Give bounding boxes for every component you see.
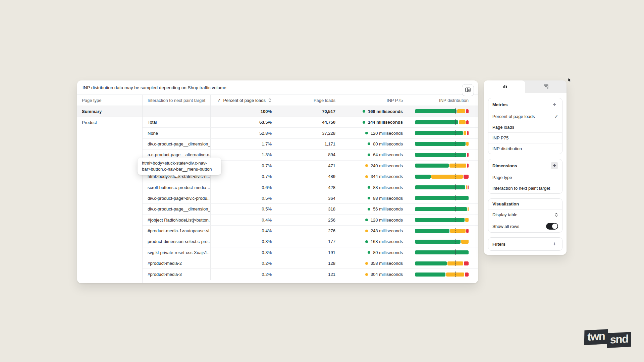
mouse-cursor [568,78,572,84]
inp-p75-cell: 168 milliseconds [339,239,408,244]
metrics-group: Metrics + Percent of page loads✓Page loa… [488,98,562,154]
p75-tick-marker [455,108,456,114]
add-dimension-button[interactable]: + [551,162,558,169]
distribution-segment-red [466,120,469,124]
bar-chart-icon [502,84,507,90]
interaction-target-cell[interactable]: #product-media-1>autopause-vi... [143,226,211,236]
p75-tick-marker [455,260,456,266]
pivot-table-icon [543,84,549,90]
panel-toggle-button[interactable] [462,84,474,96]
show-all-rows-row: Show all rows [488,220,562,232]
page-loads-cell: 318 [279,206,339,212]
interaction-target-cell[interactable]: div.c-product-page__dimension_... [143,204,211,214]
metric-inp-p75[interactable]: INP P75 [488,133,562,143]
distribution-segment-yellow [449,164,466,168]
inp-distribution-bar [408,171,478,182]
panel-tabs [484,80,567,93]
distribution-segment-red [468,185,469,189]
status-dot [365,164,368,167]
distribution-segment-red [466,229,469,233]
distribution-segment-yellow [457,109,465,113]
distribution-segment-green [415,261,447,265]
tooltip-line-1: html>body>stuck-state>div.c-nav- [142,160,217,166]
status-dot [365,175,368,178]
sort-icon[interactable] [268,98,272,103]
inp-distribution-bar [408,269,478,280]
page-loads-cell: 191 [279,250,339,255]
inp-p75-cell: 120 milliseconds [339,131,408,136]
interaction-target-cell[interactable]: scroll-buttons.c-product-media-... [143,182,211,192]
status-dot [368,142,370,145]
interaction-target-cell[interactable]: None [143,128,211,138]
inp-table-card: INP distribution data may be sampled dep… [77,80,478,283]
percent-cell: 0.7% [211,174,279,179]
add-filter-button[interactable]: + [551,240,558,248]
p75-tick-marker [455,249,456,255]
add-metric-button[interactable]: + [551,101,558,108]
inp-distribution-bar [408,106,478,117]
page-loads-cell: 471 [279,163,339,168]
check-icon: ✓ [217,98,221,103]
tab-pivot-table[interactable] [525,80,567,93]
target-tooltip: html>body>stuck-state>div.c-nav- bar>but… [138,158,221,175]
distribution-segment-red [467,131,469,135]
panel-body: Metrics + Percent of page loads✓Page loa… [484,93,567,255]
distribution-segment-green [415,164,449,168]
col-header-inp-distribution: INP distribution [408,95,478,106]
metric-page-loads[interactable]: Page loads [488,122,562,133]
distribution-segment-green [415,207,467,211]
p75-tick-marker [455,119,456,125]
interaction-target-cell[interactable]: #product-media-3 [143,269,211,280]
interaction-target-cell[interactable]: product-dimension-select.c-pro... [143,236,211,247]
inp-p75-cell: 56 milliseconds [339,206,408,212]
inp-p75-cell: 88 milliseconds [339,196,408,201]
inp-distribution-bar [408,149,478,160]
show-all-rows-toggle[interactable] [546,223,558,230]
inp-distribution-bar [408,128,478,138]
p75-tick-marker [455,195,456,201]
table-row: svg.kl-private-reset-css-Xuajs1....0.3%1… [143,247,478,258]
table-row: div.c-product-page__dimension_...0.5%318… [143,204,478,215]
col-header-page-type: Page type [77,95,143,106]
interaction-target-cell[interactable]: div.c-product-page__dimension_... [143,139,211,149]
metric-inp-distribution[interactable]: INP distribution [488,143,562,154]
table-row: Total63.5%44,750144 milliseconds [143,117,478,128]
interaction-target-cell[interactable]: div.c-product-page>div.c-produ... [143,193,211,203]
p75-tick-marker [455,174,456,180]
metric-percent-of-page-loads[interactable]: Percent of page loads✓ [488,111,562,122]
logo-word-snd: snd [607,332,632,348]
dimension-page-type[interactable]: Page type [488,172,562,183]
layout-panel-icon [465,86,471,94]
chevron-up-down-icon [554,213,558,217]
inp-distribution-bar [408,236,478,247]
inp-distribution-bar [408,139,478,149]
tooltip-line-2: bar>button.c-nav-bar__menu-button [142,166,217,172]
summary-row: Summary 100% 70,517 168 milliseconds [77,106,478,117]
status-dot [365,219,368,221]
tab-chart-metrics[interactable] [484,80,525,93]
p75-tick-marker [455,141,456,147]
product-group: Product Total63.5%44,750144 milliseconds… [77,117,478,283]
inp-p75-cell: 64 milliseconds [339,152,408,157]
interaction-target-cell[interactable]: #product-media-2 [143,258,211,268]
table-row: scroll-buttons.c-product-media-...0.6%42… [143,182,478,193]
inp-distribution-bar [408,117,478,127]
distribution-segment-yellow [466,185,467,189]
p75-tick-marker [455,152,456,158]
interaction-target-cell[interactable]: svg.kl-private-reset-css-Xuajs1.... [143,247,211,258]
status-dot [365,132,368,134]
distribution-segment-red [467,153,469,157]
col-header-percent-page-loads[interactable]: ✓ Percent of page loads [211,95,279,106]
percent-cell: 0.4% [211,228,279,233]
display-table-select[interactable]: Display table [488,209,562,220]
interaction-target-cell[interactable]: #[object RadioNodeList]>button.... [143,215,211,225]
percent-cell: 0.3% [211,239,279,244]
inp-p75-cell: 144 milliseconds [339,120,408,125]
dimension-interaction-to-next-paint-target[interactable]: Interaction to next paint target [488,183,562,193]
p75-tick-marker [455,239,456,245]
interaction-target-cell[interactable]: Total [143,117,211,127]
col-header-interaction-target: Interaction to next paint target [143,95,211,106]
distribution-segment-red [467,164,469,168]
inp-p75-cell: 88 milliseconds [339,185,408,190]
distribution-segment-green [415,250,469,254]
